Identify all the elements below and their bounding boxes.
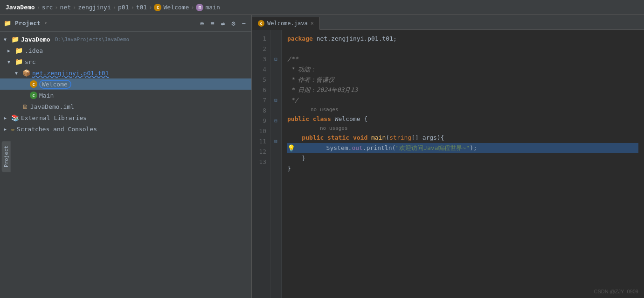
lightbulb-icon[interactable]: 💡 — [287, 143, 295, 153]
iml-label: JavaDemo.iml — [30, 103, 74, 110]
code-line-5: * 作者：曾谦仪 — [287, 75, 638, 85]
line-num-11: 11 — [252, 136, 270, 147]
ext-libraries-icon: 📚 — [11, 114, 19, 121]
panel-icons: ⊕ ≡ ⇌ ⚙ − — [198, 19, 248, 28]
code-line-4: * 功能： — [287, 64, 638, 75]
arrow-iml — [15, 104, 21, 109]
arrow-welcome — [22, 82, 28, 87]
close-panel-icon[interactable]: − — [240, 19, 248, 28]
breadcrumb-sep-4: › — [113, 4, 116, 11]
breadcrumb-p01[interactable]: p01 — [118, 4, 129, 11]
code-line-7: */ — [287, 95, 638, 106]
token-8-3: Welcome { — [335, 114, 367, 124]
arrow-scratches: ▶ — [4, 127, 9, 132]
gutter-6 — [270, 85, 281, 95]
token-9-6: string — [389, 133, 411, 143]
line-num-1: 1 — [252, 34, 270, 44]
line-num-6: 6 — [252, 85, 270, 95]
code-line-12: } — [287, 163, 638, 174]
expand-icon[interactable]: ⇌ — [219, 19, 227, 28]
project-vertical-tab[interactable]: Project — [2, 141, 11, 172]
token-9-2: static — [327, 133, 353, 143]
gutter-2 — [270, 44, 281, 54]
token-3-1: /** — [287, 54, 298, 64]
collapse-icon[interactable]: ≡ — [208, 19, 216, 28]
code-line-10: 💡 System.out.println("欢迎访问Java编程世界~"); — [287, 143, 638, 153]
class-icon-welcome: c — [30, 80, 37, 88]
locate-icon[interactable]: ⊕ — [198, 19, 206, 28]
tree-item-javademo[interactable]: ▼ 📁 JavaDemo D:\JavaProjects\JavaDemo — [0, 34, 251, 45]
gutter-9-fold[interactable]: ⊟ — [270, 116, 281, 126]
gutter-13 — [270, 157, 281, 167]
breadcrumb-sep-7: › — [191, 4, 194, 11]
breadcrumb-sep-3: › — [73, 4, 76, 11]
tree-item-src[interactable]: ▼ 📁 src — [0, 56, 251, 67]
code-line-11: } — [287, 153, 638, 163]
token-12-1: } — [287, 163, 291, 174]
no-usages-class: no usages — [287, 106, 638, 114]
code-content[interactable]: package net.zengjinyi.p01.t01; /** * 功能：… — [282, 30, 644, 298]
folder-icon-netpkg: 📦 — [22, 69, 30, 77]
arrow-main — [22, 93, 28, 98]
tab-close-button[interactable]: × — [311, 20, 314, 27]
tree-item-idea[interactable]: ▶ 📁 .idea — [0, 45, 251, 56]
tree-item-scratches[interactable]: ▶ ✏ Scratches and Consoles — [0, 123, 251, 135]
watermark: CSDN @ZJY_0909 — [594, 289, 638, 294]
code-line-3: /** — [287, 54, 638, 64]
line-num-13: 13 — [252, 157, 270, 167]
breadcrumb-main[interactable]: main — [205, 4, 220, 11]
breadcrumb: JavaDemo › src › net › zengjinyi › p01 ›… — [0, 0, 644, 15]
arrow-down-javademo: ▼ — [4, 37, 9, 42]
token-11-1: } — [287, 153, 305, 163]
tree-item-netpkg[interactable]: ▼ 📦 net.zengjinyi.p01.t01 — [0, 67, 251, 78]
token-7-1: */ — [287, 95, 298, 106]
breadcrumb-t01[interactable]: t01 — [136, 4, 147, 11]
code-line-13 — [287, 174, 638, 184]
token-9-3: void — [353, 133, 371, 143]
line-num-10: 10 — [252, 126, 270, 136]
gutter-8 — [270, 106, 281, 116]
breadcrumb-net[interactable]: net — [60, 4, 71, 11]
gutter-3-fold[interactable]: ⊟ — [270, 54, 281, 64]
tree-item-main[interactable]: c Main — [0, 90, 251, 101]
breadcrumb-welcome[interactable]: Welcome — [163, 4, 189, 11]
code-line-9: public static void main(string[] args){ — [287, 133, 638, 143]
code-editor[interactable]: 1 2 3 4 5 6 7 8 9 10 11 12 13 ⊟ — [252, 30, 644, 298]
tree-item-welcome[interactable]: c Welcome — [0, 78, 251, 90]
line-num-5: 5 — [252, 75, 270, 85]
settings-icon[interactable]: ⚙ — [229, 19, 237, 28]
token-10-4: "欢迎访问Java编程世界~" — [395, 143, 470, 153]
code-line-6: * 日期：2024年03月13 — [287, 85, 638, 95]
code-gutter: ⊟ ⊟ ⊟ ⊟ — [270, 30, 282, 298]
file-tree: ▼ 📁 JavaDemo D:\JavaProjects\JavaDemo ▶ … — [0, 32, 251, 298]
src-label: src — [25, 58, 35, 65]
token-6-1: * 日期：2024年03月13 — [287, 85, 358, 95]
arrow-right-idea: ▶ — [7, 48, 13, 53]
javademo-path: D:\JavaProjects\JavaDemo — [52, 36, 130, 43]
line-num-3: 3 — [252, 54, 270, 64]
tree-item-ext-libraries[interactable]: ▶ 📚 External Libraries — [0, 112, 251, 123]
tab-class-c-icon: c — [258, 20, 264, 27]
panel-dropdown-arrow[interactable]: ▾ — [44, 20, 48, 26]
breadcrumb-javademo[interactable]: JavaDemo — [6, 4, 35, 11]
javademo-label: JavaDemo — [21, 36, 50, 43]
line-num-9: 9 — [252, 116, 270, 126]
breadcrumb-src[interactable]: src — [42, 4, 53, 11]
token-10-1: System. — [297, 143, 352, 153]
tab-welcome-java[interactable]: c Welcome.java × — [252, 17, 320, 30]
netpkg-label: net.zengjinyi.p01.t01 — [32, 70, 109, 77]
line-numbers: 1 2 3 4 5 6 7 8 9 10 11 12 13 — [252, 30, 270, 298]
gutter-7-fold[interactable]: ⊟ — [270, 95, 281, 106]
code-line-1: package net.zengjinyi.p01.t01; — [287, 34, 638, 44]
gutter-11-fold[interactable]: ⊟ — [270, 136, 281, 147]
line-num-12: 12 — [252, 147, 270, 157]
breadcrumb-zengjinyi[interactable]: zengjinyi — [78, 4, 111, 11]
editor-tabs: c Welcome.java × — [252, 15, 644, 30]
ext-libraries-label: External Libraries — [21, 114, 87, 121]
iml-icon: 🗎 — [22, 103, 28, 110]
token-10-5: ); — [470, 143, 477, 153]
gutter-1 — [270, 34, 281, 44]
scratches-label: Scratches and Consoles — [17, 126, 97, 133]
tree-item-iml[interactable]: 🗎 JavaDemo.iml — [0, 101, 251, 112]
arrow-ext-libraries: ▶ — [4, 115, 9, 121]
